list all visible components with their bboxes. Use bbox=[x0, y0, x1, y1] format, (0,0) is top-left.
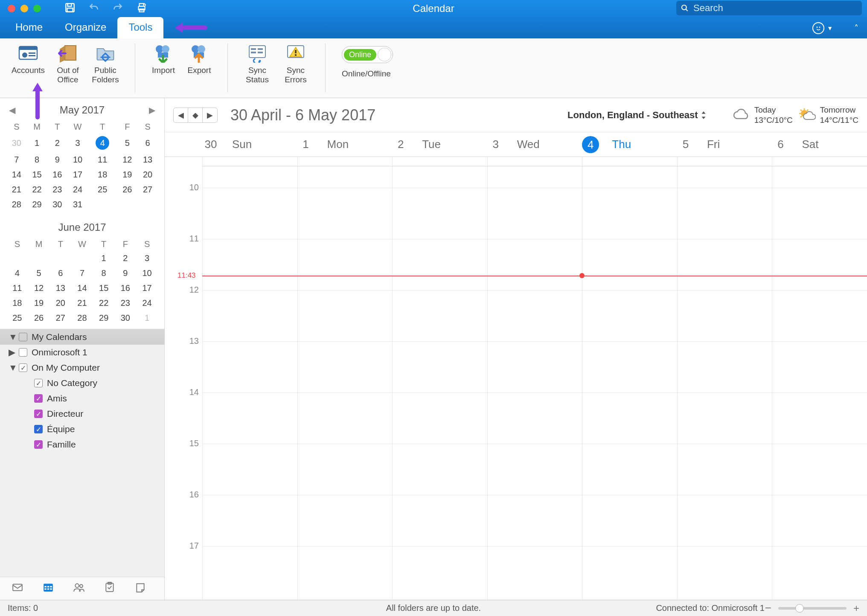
weather-tomorrow[interactable]: Tomorrow14°C/11°C bbox=[798, 105, 858, 125]
mini-calendar-june[interactable]: June 2017 SMTWTFS12345678910111213141516… bbox=[0, 215, 164, 329]
notes-icon[interactable] bbox=[134, 582, 147, 595]
checkbox-icon[interactable]: ✓ bbox=[34, 410, 43, 418]
checkbox-icon[interactable] bbox=[19, 333, 27, 341]
mini-calendar-day[interactable]: 10 bbox=[67, 152, 88, 167]
public-folders-button[interactable]: Public Folders bbox=[86, 43, 125, 84]
mini-calendar-day[interactable]: 20 bbox=[49, 296, 71, 311]
mini-calendar-day[interactable]: 3 bbox=[136, 251, 158, 266]
tab-tools[interactable]: Tools bbox=[117, 17, 163, 38]
day-header[interactable]: 6Sat bbox=[772, 132, 867, 157]
save-icon[interactable] bbox=[64, 2, 76, 15]
mini-calendar-day[interactable]: 3 bbox=[67, 134, 88, 152]
calendar-list-item[interactable]: ▼✓On My Computer bbox=[0, 360, 164, 375]
zoom-window-button[interactable] bbox=[33, 5, 41, 12]
mini-calendar-day[interactable]: 7 bbox=[6, 152, 27, 167]
mini-calendar-day[interactable]: 18 bbox=[6, 296, 28, 311]
mini-calendar-day[interactable]: 19 bbox=[117, 167, 138, 182]
mini-calendar-day[interactable]: 8 bbox=[27, 152, 47, 167]
collapse-ribbon-icon[interactable]: ˄ bbox=[854, 23, 858, 33]
mini-calendar-day[interactable]: 21 bbox=[6, 182, 27, 197]
feedback-smiley-icon[interactable]: ▼ bbox=[812, 22, 833, 34]
mini-calendar-day[interactable]: 12 bbox=[28, 281, 50, 296]
mini-calendar-day[interactable]: 23 bbox=[115, 296, 137, 311]
mini-calendar-day[interactable]: 30 bbox=[115, 311, 137, 325]
mini-calendar-day[interactable]: 1 bbox=[136, 311, 158, 325]
mini-calendar-day[interactable]: 31 bbox=[67, 197, 88, 212]
mini-calendar-day[interactable]: 7 bbox=[71, 266, 93, 281]
next-week-icon[interactable]: ▶ bbox=[203, 108, 217, 122]
mini-calendar-day[interactable]: 26 bbox=[117, 182, 138, 197]
zoom-out-icon[interactable]: − bbox=[765, 601, 771, 615]
mini-calendar-day[interactable]: 27 bbox=[49, 311, 71, 325]
undo-icon[interactable] bbox=[88, 2, 99, 15]
people-icon[interactable] bbox=[73, 582, 85, 595]
checkbox-icon[interactable]: ✓ bbox=[34, 425, 43, 433]
mini-calendar-day[interactable]: 20 bbox=[137, 167, 158, 182]
mini-calendar-day[interactable]: 2 bbox=[47, 134, 67, 152]
checkbox-icon[interactable] bbox=[19, 348, 27, 357]
zoom-slider[interactable] bbox=[778, 607, 847, 610]
checkbox-icon[interactable]: ✓ bbox=[34, 379, 43, 387]
mini-calendar-day[interactable]: 30 bbox=[47, 197, 67, 212]
mini-calendar-day[interactable] bbox=[137, 197, 158, 212]
mini-calendar-day[interactable]: 27 bbox=[137, 182, 158, 197]
mini-calendar-day[interactable]: 5 bbox=[28, 266, 50, 281]
mini-calendar-day[interactable]: 16 bbox=[115, 281, 137, 296]
day-header[interactable]: 4Thu bbox=[582, 132, 677, 157]
mini-calendar-day[interactable]: 6 bbox=[137, 134, 158, 152]
calendar-list-item[interactable]: ✓Équipe bbox=[0, 421, 164, 437]
mini-calendar-day[interactable]: 16 bbox=[47, 167, 67, 182]
mini-calendar-day[interactable]: 29 bbox=[27, 197, 47, 212]
mini-calendar-day[interactable]: 25 bbox=[6, 311, 28, 325]
mini-calendar-day[interactable]: 11 bbox=[88, 152, 117, 167]
mini-calendar-day[interactable] bbox=[28, 251, 50, 266]
close-window-button[interactable] bbox=[8, 5, 15, 12]
mini-calendar-day[interactable]: 5 bbox=[117, 134, 138, 152]
expand-icon[interactable]: ▼ bbox=[9, 363, 15, 373]
minimize-window-button[interactable] bbox=[20, 5, 28, 12]
tab-home[interactable]: Home bbox=[4, 17, 54, 38]
mini-calendar-day[interactable]: 14 bbox=[71, 281, 93, 296]
sync-errors-button[interactable]: Sync Errors bbox=[276, 43, 315, 84]
mini-calendar-day[interactable]: 24 bbox=[67, 182, 88, 197]
day-header[interactable]: 2Tue bbox=[392, 132, 487, 157]
mini-calendar-may[interactable]: ◀ May 2017 ▶ SMTWTFS30123456789101112131… bbox=[0, 98, 164, 215]
mini-calendar-day[interactable]: 15 bbox=[93, 281, 115, 296]
mini-calendar-day[interactable]: 4 bbox=[6, 266, 28, 281]
import-button[interactable]: Import bbox=[145, 43, 181, 75]
redo-icon[interactable] bbox=[112, 2, 123, 15]
mini-calendar-day[interactable]: 9 bbox=[115, 266, 137, 281]
checkbox-icon[interactable]: ✓ bbox=[34, 440, 43, 449]
mini-calendar-day[interactable]: 1 bbox=[27, 134, 47, 152]
day-header[interactable]: 5Fri bbox=[677, 132, 772, 157]
export-button[interactable]: Export bbox=[181, 43, 217, 75]
checkbox-icon[interactable]: ✓ bbox=[19, 363, 27, 372]
prev-month-icon[interactable]: ◀ bbox=[9, 105, 15, 115]
my-calendars-header[interactable]: ▼ My Calendars bbox=[0, 329, 164, 345]
online-offline-toggle[interactable]: Online bbox=[342, 46, 393, 63]
mini-calendar-day[interactable]: 28 bbox=[6, 197, 27, 212]
mini-calendar-day[interactable]: 13 bbox=[137, 152, 158, 167]
next-month-icon[interactable]: ▶ bbox=[149, 105, 155, 115]
tasks-icon[interactable] bbox=[103, 582, 116, 595]
zoom-in-icon[interactable]: + bbox=[853, 602, 859, 614]
out-of-office-button[interactable]: Out of Office bbox=[49, 43, 86, 84]
mini-calendar-day[interactable]: 25 bbox=[88, 182, 117, 197]
calendar-list-item[interactable]: ▶Onmicrosoft 1 bbox=[0, 345, 164, 360]
calendar-list-item[interactable]: ✓Directeur bbox=[0, 406, 164, 421]
today-button-icon[interactable]: ◆ bbox=[188, 108, 203, 122]
sync-status-button[interactable]: Sync Status bbox=[238, 43, 276, 84]
mini-calendar-day[interactable]: 18 bbox=[88, 167, 117, 182]
mini-calendar-day[interactable]: 26 bbox=[28, 311, 50, 325]
accounts-button[interactable]: Accounts bbox=[7, 43, 49, 75]
checkbox-icon[interactable]: ✓ bbox=[34, 394, 43, 403]
prev-week-icon[interactable]: ◀ bbox=[174, 108, 188, 122]
calendar-list-item[interactable]: ✓Famille bbox=[0, 437, 164, 452]
mini-calendar-day[interactable]: 15 bbox=[27, 167, 47, 182]
mini-calendar-day[interactable]: 2 bbox=[115, 251, 137, 266]
mini-calendar-day[interactable]: 8 bbox=[93, 266, 115, 281]
mini-calendar-day[interactable] bbox=[88, 197, 117, 212]
calendar-list-item[interactable]: ✓No Category bbox=[0, 375, 164, 391]
search-box[interactable] bbox=[676, 1, 862, 15]
mini-calendar-day[interactable]: 19 bbox=[28, 296, 50, 311]
